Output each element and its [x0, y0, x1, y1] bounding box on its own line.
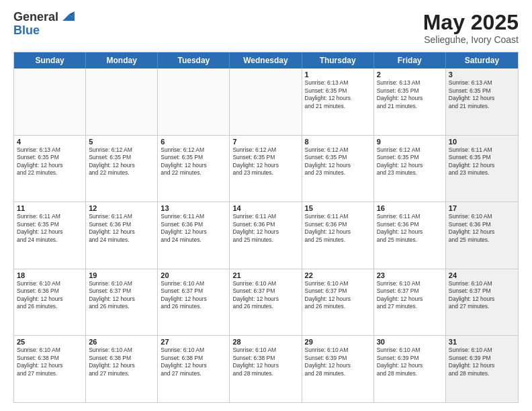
- cell-info: Sunrise: 6:13 AM Sunset: 6:35 PM Dayligh…: [305, 79, 371, 110]
- cell-info: Sunrise: 6:10 AM Sunset: 6:36 PM Dayligh…: [449, 213, 515, 244]
- calendar-cell: [230, 68, 302, 135]
- calendar-row-5: 25Sunrise: 6:10 AM Sunset: 6:38 PM Dayli…: [14, 335, 518, 402]
- calendar-body: 1Sunrise: 6:13 AM Sunset: 6:35 PM Daylig…: [14, 68, 518, 402]
- cell-info: Sunrise: 6:11 AM Sunset: 6:36 PM Dayligh…: [377, 213, 443, 244]
- cell-info: Sunrise: 6:10 AM Sunset: 6:37 PM Dayligh…: [232, 280, 298, 311]
- day-number: 18: [17, 271, 83, 279]
- day-number: 7: [232, 138, 298, 146]
- day-number: 16: [377, 204, 443, 212]
- day-number: 19: [89, 271, 154, 279]
- calendar-cell: 14Sunrise: 6:11 AM Sunset: 6:36 PM Dayli…: [230, 202, 302, 269]
- calendar-row-3: 11Sunrise: 6:11 AM Sunset: 6:35 PM Dayli…: [14, 201, 518, 269]
- calendar-cell: 11Sunrise: 6:11 AM Sunset: 6:35 PM Dayli…: [14, 202, 86, 269]
- calendar-cell: 18Sunrise: 6:10 AM Sunset: 6:36 PM Dayli…: [14, 269, 86, 336]
- cell-info: Sunrise: 6:12 AM Sunset: 6:35 PM Dayligh…: [161, 146, 226, 177]
- day-number: 27: [161, 338, 226, 346]
- title-area: May 2025 Selieguhe, Ivory Coast: [423, 11, 519, 45]
- cell-info: Sunrise: 6:13 AM Sunset: 6:35 PM Dayligh…: [377, 79, 443, 110]
- calendar-cell: 20Sunrise: 6:10 AM Sunset: 6:37 PM Dayli…: [158, 269, 230, 336]
- cell-info: Sunrise: 6:13 AM Sunset: 6:35 PM Dayligh…: [449, 79, 515, 110]
- calendar-cell: 9Sunrise: 6:12 AM Sunset: 6:35 PM Daylig…: [374, 136, 446, 202]
- cell-info: Sunrise: 6:10 AM Sunset: 6:39 PM Dayligh…: [377, 347, 443, 377]
- cell-info: Sunrise: 6:11 AM Sunset: 6:36 PM Dayligh…: [89, 213, 154, 244]
- calendar-row-2: 4Sunrise: 6:13 AM Sunset: 6:35 PM Daylig…: [14, 135, 518, 202]
- day-number: 10: [449, 138, 515, 146]
- day-number: 21: [232, 271, 298, 279]
- cell-info: Sunrise: 6:10 AM Sunset: 6:38 PM Dayligh…: [161, 347, 226, 377]
- cell-info: Sunrise: 6:10 AM Sunset: 6:38 PM Dayligh…: [232, 347, 298, 377]
- calendar-cell: [14, 68, 86, 135]
- cell-info: Sunrise: 6:12 AM Sunset: 6:35 PM Dayligh…: [377, 146, 443, 177]
- logo-text: General Blue: [13, 11, 75, 38]
- day-number: 20: [161, 271, 226, 279]
- calendar-cell: 25Sunrise: 6:10 AM Sunset: 6:38 PM Dayli…: [14, 336, 86, 402]
- calendar-cell: 15Sunrise: 6:11 AM Sunset: 6:36 PM Dayli…: [302, 202, 374, 269]
- cell-info: Sunrise: 6:10 AM Sunset: 6:36 PM Dayligh…: [17, 280, 83, 311]
- day-number: 28: [232, 338, 298, 346]
- day-number: 12: [89, 204, 154, 212]
- calendar-cell: 7Sunrise: 6:12 AM Sunset: 6:35 PM Daylig…: [230, 136, 302, 202]
- cell-info: Sunrise: 6:10 AM Sunset: 6:39 PM Dayligh…: [305, 347, 371, 377]
- calendar-cell: 19Sunrise: 6:10 AM Sunset: 6:37 PM Dayli…: [86, 269, 158, 336]
- logo-general: General: [13, 11, 58, 24]
- calendar-cell: 2Sunrise: 6:13 AM Sunset: 6:35 PM Daylig…: [374, 68, 446, 135]
- header-friday: Friday: [374, 52, 446, 68]
- cell-info: Sunrise: 6:11 AM Sunset: 6:35 PM Dayligh…: [17, 213, 83, 244]
- day-number: 22: [305, 271, 371, 279]
- day-number: 31: [449, 338, 515, 346]
- calendar-cell: 24Sunrise: 6:10 AM Sunset: 6:37 PM Dayli…: [446, 269, 518, 336]
- day-number: 4: [17, 138, 83, 146]
- logo: General Blue: [13, 11, 75, 38]
- calendar-cell: 8Sunrise: 6:12 AM Sunset: 6:35 PM Daylig…: [302, 136, 374, 202]
- day-number: 13: [161, 204, 226, 212]
- calendar-cell: [86, 68, 158, 135]
- cell-info: Sunrise: 6:11 AM Sunset: 6:35 PM Dayligh…: [449, 146, 515, 177]
- calendar-cell: 30Sunrise: 6:10 AM Sunset: 6:39 PM Dayli…: [374, 336, 446, 402]
- calendar-cell: 17Sunrise: 6:10 AM Sunset: 6:36 PM Dayli…: [446, 202, 518, 269]
- calendar-cell: 12Sunrise: 6:11 AM Sunset: 6:36 PM Dayli…: [86, 202, 158, 269]
- cell-info: Sunrise: 6:12 AM Sunset: 6:35 PM Dayligh…: [305, 146, 371, 177]
- day-number: 24: [449, 271, 515, 279]
- cell-info: Sunrise: 6:10 AM Sunset: 6:37 PM Dayligh…: [89, 280, 154, 311]
- calendar-cell: 5Sunrise: 6:12 AM Sunset: 6:35 PM Daylig…: [86, 136, 158, 202]
- day-number: 3: [449, 71, 515, 79]
- calendar-cell: 31Sunrise: 6:10 AM Sunset: 6:39 PM Dayli…: [446, 336, 518, 402]
- day-number: 17: [449, 204, 515, 212]
- day-number: 25: [17, 338, 83, 346]
- calendar-row-1: 1Sunrise: 6:13 AM Sunset: 6:35 PM Daylig…: [14, 68, 518, 135]
- cell-info: Sunrise: 6:10 AM Sunset: 6:37 PM Dayligh…: [449, 280, 515, 311]
- cell-info: Sunrise: 6:12 AM Sunset: 6:35 PM Dayligh…: [232, 146, 298, 177]
- cell-info: Sunrise: 6:10 AM Sunset: 6:37 PM Dayligh…: [377, 280, 443, 311]
- header-tuesday: Tuesday: [158, 52, 230, 68]
- day-number: 30: [377, 338, 443, 346]
- page: General Blue May 2025 Selieguhe, Ivory C…: [0, 0, 532, 411]
- cell-info: Sunrise: 6:10 AM Sunset: 6:37 PM Dayligh…: [161, 280, 226, 311]
- calendar-cell: 28Sunrise: 6:10 AM Sunset: 6:38 PM Dayli…: [230, 336, 302, 402]
- calendar-cell: 22Sunrise: 6:10 AM Sunset: 6:37 PM Dayli…: [302, 269, 374, 336]
- cell-info: Sunrise: 6:10 AM Sunset: 6:38 PM Dayligh…: [17, 347, 83, 377]
- calendar-cell: 23Sunrise: 6:10 AM Sunset: 6:37 PM Dayli…: [374, 269, 446, 336]
- calendar-cell: [158, 68, 230, 135]
- calendar-cell: 13Sunrise: 6:11 AM Sunset: 6:36 PM Dayli…: [158, 202, 230, 269]
- day-number: 5: [89, 138, 154, 146]
- header-monday: Monday: [86, 52, 158, 68]
- cell-info: Sunrise: 6:10 AM Sunset: 6:39 PM Dayligh…: [449, 347, 515, 377]
- cell-info: Sunrise: 6:11 AM Sunset: 6:36 PM Dayligh…: [305, 213, 371, 244]
- calendar-cell: 29Sunrise: 6:10 AM Sunset: 6:39 PM Dayli…: [302, 336, 374, 402]
- logo-blue: Blue: [13, 24, 75, 38]
- day-number: 1: [305, 71, 371, 79]
- subtitle: Selieguhe, Ivory Coast: [423, 34, 519, 45]
- cell-info: Sunrise: 6:11 AM Sunset: 6:36 PM Dayligh…: [161, 213, 226, 244]
- calendar-cell: 27Sunrise: 6:10 AM Sunset: 6:38 PM Dayli…: [158, 336, 230, 402]
- day-number: 9: [377, 138, 443, 146]
- calendar-cell: 6Sunrise: 6:12 AM Sunset: 6:35 PM Daylig…: [158, 136, 230, 202]
- calendar-row-4: 18Sunrise: 6:10 AM Sunset: 6:36 PM Dayli…: [14, 269, 518, 336]
- day-number: 8: [305, 138, 371, 146]
- day-number: 29: [305, 338, 371, 346]
- calendar-cell: 1Sunrise: 6:13 AM Sunset: 6:35 PM Daylig…: [302, 68, 374, 135]
- calendar-cell: 16Sunrise: 6:11 AM Sunset: 6:36 PM Dayli…: [374, 202, 446, 269]
- calendar-cell: 21Sunrise: 6:10 AM Sunset: 6:37 PM Dayli…: [230, 269, 302, 336]
- header-sunday: Sunday: [14, 52, 86, 68]
- header-thursday: Thursday: [302, 52, 374, 68]
- calendar: Sunday Monday Tuesday Wednesday Thursday…: [13, 52, 519, 403]
